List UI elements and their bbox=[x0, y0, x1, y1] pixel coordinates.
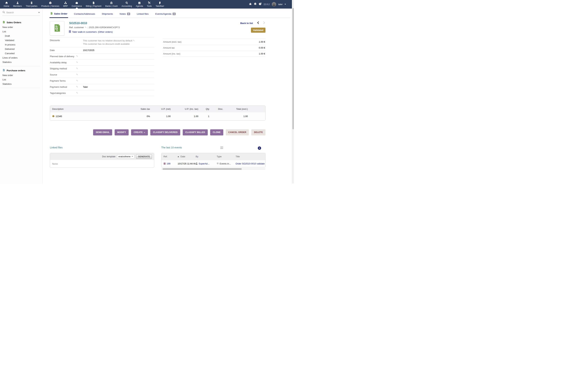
sidebar-item-po-list[interactable]: List bbox=[0, 77, 42, 82]
previous-record-icon[interactable] bbox=[257, 22, 259, 25]
menu-commerce[interactable]: Commerce bbox=[70, 0, 84, 8]
col-description: Description bbox=[50, 108, 135, 110]
edit-pencil-icon[interactable]: ✎ bbox=[76, 80, 78, 82]
line-up-inc: 1.00 bbox=[171, 115, 198, 118]
amount-value: 1.00 € bbox=[259, 41, 265, 43]
back-to-list-link[interactable]: Back to list bbox=[240, 22, 253, 25]
edit-pencil-icon[interactable]: ✎ bbox=[133, 39, 135, 42]
menu-label: Products | Services bbox=[41, 5, 59, 7]
doc-template-select[interactable]: eratosthene bbox=[117, 154, 135, 159]
events-scrollbar-thumb[interactable] bbox=[163, 168, 242, 170]
menu-label: Banks | Cash bbox=[105, 5, 118, 7]
menu-home[interactable]: Home bbox=[2, 0, 11, 8]
sidebar-item-canceled[interactable]: Canceled bbox=[0, 51, 42, 56]
chevron-down-icon[interactable] bbox=[285, 4, 286, 5]
menu-products-services[interactable]: Products | Services bbox=[39, 0, 61, 8]
discount-line1: This customer has no relative discount b… bbox=[83, 39, 132, 42]
menu-mrp[interactable]: MRP bbox=[61, 0, 70, 8]
tab-shipments[interactable]: Shipments bbox=[102, 11, 113, 18]
tab-sales-order[interactable]: Sales Order bbox=[50, 11, 68, 18]
bug-report-icon[interactable] bbox=[249, 2, 252, 6]
tab-contacts-addresses[interactable]: Contacts/Addresses bbox=[74, 11, 95, 18]
tab-notes[interactable]: Notes2 bbox=[119, 11, 130, 18]
sidebar-item-lines-of-orders[interactable]: Lines of orders bbox=[0, 56, 42, 60]
sidebar-item-po-statistics[interactable]: Statistics bbox=[0, 82, 42, 86]
record-navigation: Back to list bbox=[240, 22, 265, 25]
sidebar-item-new-order[interactable]: New order bbox=[0, 25, 42, 29]
generate-button[interactable]: GENERATE bbox=[136, 154, 152, 159]
print-icon[interactable] bbox=[254, 2, 257, 6]
edit-pencil-icon[interactable]: ✎ bbox=[76, 55, 78, 57]
edit-pencil-icon[interactable]: ✎ bbox=[76, 61, 78, 63]
classify-billed-button[interactable]: CLASSIFY BILLED bbox=[183, 129, 208, 135]
customer-link[interactable]: Taler walk-in customers bbox=[72, 31, 97, 33]
action-buttons: SEND EMAIL MODIFY CREATE CLASSIFY DELIVE… bbox=[50, 129, 266, 135]
edit-pencil-icon[interactable]: ✎ bbox=[76, 73, 78, 76]
event-ref-link[interactable]: 199 bbox=[167, 162, 171, 165]
sidebar-item-in-process[interactable]: In process bbox=[0, 42, 42, 47]
col-type[interactable]: Type bbox=[217, 155, 235, 158]
menu-tools[interactable]: Tools bbox=[145, 0, 154, 8]
col-title[interactable]: Title bbox=[235, 155, 265, 158]
menu-banks-cash[interactable]: Banks | Cash bbox=[103, 0, 120, 8]
edit-pencil-icon[interactable]: ✎ bbox=[76, 67, 78, 70]
col-qty: Qty bbox=[198, 108, 209, 110]
sidebar-item-draft[interactable]: Draft bbox=[0, 34, 42, 38]
tab-label: Notes bbox=[120, 13, 126, 15]
other-orders-link[interactable]: (Other orders) bbox=[98, 31, 113, 33]
event-by-link[interactable]: SuperAd... bbox=[199, 162, 209, 165]
add-event-button[interactable] bbox=[258, 146, 261, 150]
tab-linked-files[interactable]: Linked files bbox=[137, 11, 149, 18]
order-line-row: 12345 0% 1.00 1.00 1 1.00 bbox=[50, 112, 265, 120]
classify-delivered-button[interactable]: CLASSIFY DELIVERED bbox=[150, 129, 180, 135]
tab-events-agenda[interactable]: Events/Agenda1 bbox=[155, 11, 176, 18]
lines-table-header: Description Sales tax U.P. (net) U.P. (i… bbox=[50, 106, 265, 112]
event-title-link[interactable]: Order SO2510-0010 validate bbox=[235, 162, 265, 165]
section-sales-orders: Sales Orders bbox=[0, 20, 42, 25]
col-date[interactable]: Date bbox=[178, 155, 196, 158]
menu-billing-payment[interactable]: $ Billing | Payment bbox=[84, 0, 103, 8]
page-scrollbar-thumb[interactable] bbox=[293, 8, 294, 129]
col-by[interactable]: By bbox=[196, 155, 217, 158]
sidebar-item-list[interactable]: List bbox=[0, 29, 42, 34]
edit-pencil-icon[interactable]: ✎ bbox=[76, 86, 78, 88]
col-ref[interactable]: Ref. bbox=[164, 155, 178, 158]
menu-members[interactable]: Members bbox=[11, 0, 24, 8]
edit-pencil-icon[interactable]: ✎ bbox=[85, 26, 87, 28]
field-availability-delay: Availability delay✎ bbox=[50, 59, 154, 66]
button-label: CLASSIFY DELIVERED bbox=[153, 129, 177, 135]
search-options-caret-icon[interactable] bbox=[38, 12, 40, 13]
menu-label: Third parties bbox=[26, 5, 37, 7]
modify-button[interactable]: MODIFY bbox=[115, 129, 129, 135]
delete-button[interactable]: DELETE bbox=[251, 129, 266, 135]
create-dropdown-button[interactable]: CREATE bbox=[131, 129, 148, 135]
user-silhouette-icon bbox=[196, 162, 198, 165]
help-icon[interactable]: ? bbox=[259, 2, 262, 6]
menu-third-parties[interactable]: Third parties bbox=[24, 0, 39, 8]
menu-agenda[interactable]: Agenda bbox=[134, 0, 145, 8]
sidebar-item-delivered[interactable]: Delivered bbox=[0, 47, 42, 51]
col-label: Date bbox=[181, 155, 185, 158]
menu-accounting[interactable]: $ Accounting bbox=[120, 0, 134, 8]
sidebar-item-po-new-order[interactable]: New order bbox=[0, 73, 42, 77]
order-photo-card[interactable] bbox=[50, 21, 64, 35]
field-payment-method: Payment method✎ Taler bbox=[50, 84, 154, 90]
send-email-button[interactable]: SEND EMAIL bbox=[93, 129, 112, 135]
button-label: MODIFY bbox=[117, 129, 126, 135]
clone-button[interactable]: CLONE bbox=[210, 129, 223, 135]
menu-talerbarr[interactable]: TalerBarr bbox=[154, 0, 166, 8]
search-input[interactable] bbox=[6, 11, 37, 14]
sidebar-item-validated[interactable]: Validated bbox=[0, 38, 42, 42]
field-date: Date 10/17/2025 bbox=[50, 47, 154, 53]
user-name[interactable]: taler bbox=[278, 3, 283, 6]
amount-value: 1.00 € bbox=[259, 52, 265, 55]
bank-icon bbox=[110, 1, 113, 4]
sidebar-search bbox=[2, 11, 40, 16]
events-menu-icon[interactable] bbox=[220, 146, 223, 149]
version-label: 22.0.2 bbox=[264, 3, 270, 6]
edit-pencil-icon[interactable]: ✎ bbox=[76, 92, 78, 94]
sidebar-item-statistics[interactable]: Statistics bbox=[0, 60, 42, 64]
linked-files-title: Linked files bbox=[50, 146, 63, 149]
cancel-order-button[interactable]: CANCEL ORDER bbox=[226, 129, 249, 135]
user-avatar[interactable] bbox=[272, 2, 276, 7]
